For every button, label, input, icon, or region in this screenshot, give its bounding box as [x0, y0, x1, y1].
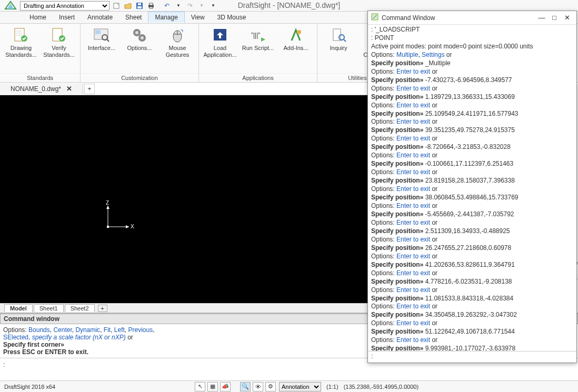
- menu-insert[interactable]: Insert: [53, 12, 81, 23]
- floating-title: Command Window: [382, 14, 435, 22]
- sb-annovisible-icon[interactable]: 👁: [253, 382, 263, 391]
- opt-enter-exit[interactable]: Enter to exit: [396, 152, 430, 159]
- opt-enter-exit[interactable]: Enter to exit: [396, 168, 430, 176]
- sb-cursor-icon[interactable]: ↖: [195, 382, 205, 391]
- opt-enter-exit[interactable]: Enter to exit: [396, 236, 430, 243]
- undo-dropdown-icon[interactable]: ▼: [174, 1, 183, 11]
- cmd-line: Specify position» 25.109549,24.411971,16…: [371, 110, 573, 118]
- ribbon-button-label: Drawing Standards...: [3, 45, 39, 58]
- sb-annoscale-icon[interactable]: 🔍: [240, 382, 251, 391]
- menu-sheet[interactable]: Sheet: [119, 12, 148, 23]
- menu-view[interactable]: View: [185, 12, 211, 23]
- close-icon[interactable]: ✕: [66, 85, 72, 93]
- interface-button[interactable]: Interface...: [84, 26, 119, 73]
- cmd-line: Options: Enter to exit or: [371, 152, 573, 160]
- opt-enter-exit[interactable]: Enter to exit: [396, 85, 430, 92]
- opt-enter-exit[interactable]: Enter to exit: [396, 102, 430, 109]
- svg-text:”|||”: ”|||”: [251, 32, 260, 39]
- drawing-standards-icon: [13, 27, 29, 44]
- cmd-line: Options: Enter to exit or: [371, 319, 573, 328]
- cmd-line: Specify position» _Multiple: [371, 59, 573, 68]
- svg-text:Z: Z: [106, 200, 109, 206]
- open-icon[interactable]: [123, 1, 133, 11]
- opt-enter-exit[interactable]: Enter to exit: [396, 286, 430, 294]
- svg-marker-40: [126, 225, 129, 228]
- undo-icon[interactable]: ↶: [162, 1, 172, 11]
- close-icon[interactable]: ✕: [561, 14, 573, 22]
- interface-icon: [93, 27, 110, 44]
- doc-tab[interactable]: NONAME_0.dwg* ✕: [0, 83, 83, 94]
- opt-left[interactable]: Left: [114, 326, 125, 334]
- opt-enter-exit[interactable]: Enter to exit: [396, 135, 430, 142]
- print-icon[interactable]: [146, 1, 156, 11]
- opt-enter-exit[interactable]: Enter to exit: [396, 202, 430, 209]
- statusbar: DraftSight 2018 x64 ↖ ▦ 📣 🔍 👁 ⚙ Annotati…: [0, 380, 578, 392]
- drawing-standards-button[interactable]: Drawing Standards...: [3, 26, 39, 73]
- opt-enter-exit[interactable]: Enter to exit: [396, 269, 430, 277]
- redo-icon[interactable]: ↷: [185, 1, 195, 11]
- minimize-icon[interactable]: —: [535, 14, 548, 22]
- opt-multiple[interactable]: Multiple: [396, 51, 418, 58]
- load-application-button[interactable]: Load Application...: [202, 26, 238, 73]
- opt-selected[interactable]: SElected,: [3, 334, 32, 341]
- opt-enter-exit[interactable]: Enter to exit: [396, 253, 430, 260]
- ribbon-button-label: Interface...: [88, 45, 115, 52]
- svg-rect-45: [107, 226, 109, 228]
- sheet-tab-2[interactable]: Sheet2: [65, 304, 95, 312]
- sb-annoauto-icon[interactable]: ⚙: [265, 382, 276, 391]
- cmd-line: Specify position» -0.100661,17.112397,6.…: [371, 160, 573, 168]
- run-script-button[interactable]: ”|||”Run Script...: [240, 26, 276, 73]
- opt-enter-exit[interactable]: Enter to exit: [396, 319, 430, 327]
- opt-previous[interactable]: Previous: [128, 326, 153, 334]
- add-sheet-button[interactable]: +: [98, 305, 107, 312]
- opt-enter-exit[interactable]: Enter to exit: [396, 185, 430, 193]
- add-ins-button[interactable]: Add-Ins...: [278, 26, 314, 73]
- opt-settings[interactable]: Settings: [422, 51, 444, 58]
- opt-fit[interactable]: Fit: [104, 326, 111, 334]
- svg-rect-24: [219, 35, 221, 38]
- status-scale-select[interactable]: Annotation: [279, 382, 321, 391]
- menu-manage[interactable]: Manage: [148, 12, 184, 23]
- cmd-line: Options: Enter to exit or: [371, 168, 573, 177]
- cmd-line: Active point modes: point mode=0 point s…: [371, 43, 573, 51]
- menu-annotate[interactable]: Annotate: [81, 12, 119, 23]
- opt-bounds[interactable]: Bounds: [28, 326, 50, 334]
- cmd-line: Specify position» 26.247655,27.218608,0.…: [371, 244, 573, 253]
- ribbon-button-label: Mouse Gestures: [160, 45, 195, 58]
- opt-center[interactable]: Center: [53, 326, 72, 334]
- opt-dynamic[interactable]: Dynamic: [75, 326, 100, 334]
- options-button[interactable]: Options...: [122, 26, 157, 73]
- redo-dropdown-icon[interactable]: ▼: [197, 1, 206, 11]
- sheet-tab-1[interactable]: Sheet1: [34, 304, 64, 312]
- floating-titlebar[interactable]: Command Window — □ ✕: [368, 11, 576, 25]
- save-icon[interactable]: [135, 1, 144, 11]
- workspace-select[interactable]: Drafting and Annotation: [20, 1, 109, 11]
- opt-enter-exit[interactable]: Enter to exit: [396, 219, 430, 226]
- cmd-line: Specify position» -7.430273,-6.964596,8.…: [371, 76, 573, 85]
- mouse-gestures-button[interactable]: Mouse Gestures: [160, 26, 195, 73]
- add-tab-button[interactable]: +: [84, 84, 95, 94]
- menu-home[interactable]: Home: [23, 12, 53, 23]
- sheet-tab-model[interactable]: Model: [4, 304, 33, 312]
- qat-customize-icon[interactable]: ▼: [208, 1, 218, 11]
- verify-standards-button[interactable]: Verify Standards...: [41, 26, 77, 73]
- inquiry-button[interactable]: Inquiry: [321, 26, 356, 73]
- cmd-line: Options: Enter to exit or: [371, 269, 573, 278]
- cmd-prompt-text: Specify first corner»: [3, 341, 64, 348]
- sb-announce-icon[interactable]: 📣: [220, 382, 231, 391]
- cmd-line: Specify position» -5.455669,-2.441387,-7…: [371, 210, 573, 219]
- opt-enter-exit[interactable]: Enter to exit: [396, 118, 430, 125]
- svg-marker-42: [106, 206, 109, 209]
- svg-marker-26: [261, 37, 265, 42]
- ribbon-group-label: Standards: [0, 73, 80, 82]
- opt-enter-exit[interactable]: Enter to exit: [396, 303, 430, 310]
- ribbon-group-label: Applications: [199, 73, 317, 82]
- floating-command-input[interactable]: :: [368, 351, 576, 360]
- new-icon[interactable]: [112, 1, 121, 11]
- opt-enter-exit[interactable]: Enter to exit: [396, 336, 430, 344]
- opt-scale[interactable]: specify a scale factor (nX or nXP): [32, 334, 126, 341]
- opt-enter-exit[interactable]: Enter to exit: [396, 68, 430, 75]
- sb-grid-icon[interactable]: ▦: [207, 382, 218, 391]
- maximize-icon[interactable]: □: [548, 14, 561, 22]
- menu-3dmouse[interactable]: 3D Mouse: [211, 12, 253, 23]
